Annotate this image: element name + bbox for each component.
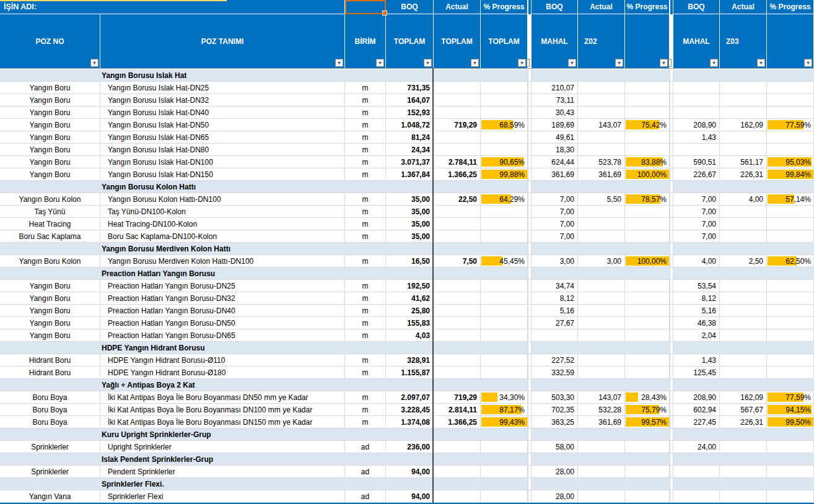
filter-icon[interactable] — [527, 59, 530, 67]
cell-actual-toplam[interactable] — [434, 354, 481, 367]
cell-progress-z03[interactable]: 62,50% — [767, 255, 814, 267]
cell-birim[interactable]: m — [345, 317, 386, 329]
cell-boq-z03[interactable]: 8,12 — [673, 292, 720, 305]
cell-progress-z02[interactable] — [625, 131, 670, 144]
cell-poz-tanimi[interactable]: İki Kat Antipas Boya İle Boru Boyanması … — [100, 416, 345, 428]
cell-progress-z02[interactable] — [625, 144, 670, 156]
cell-poz-tanimi[interactable]: Preaction Hatları Yangın Borusu-DN50 — [100, 317, 345, 329]
cell-boq-z03[interactable]: 1,43 — [673, 131, 720, 144]
section-label-cell[interactable]: HDPE Yangın Hidrant Borusu — [0, 342, 528, 354]
section-band[interactable] — [532, 243, 670, 255]
cell-actual-z03[interactable] — [720, 280, 767, 292]
section-band[interactable] — [673, 379, 814, 391]
cell-poz-no[interactable]: Yangın Boru — [0, 131, 100, 144]
cell-actual-z03[interactable]: 226,31 — [720, 416, 767, 428]
cell-actual-z03[interactable]: 162,09 — [720, 119, 767, 131]
filter-icon[interactable]: ▼ — [518, 59, 526, 67]
section-band[interactable] — [673, 428, 814, 441]
cell-birim[interactable]: m — [345, 106, 386, 119]
cell-boq-toplam[interactable]: 152,93 — [386, 106, 434, 119]
cell-boq-toplam[interactable]: 41,62 — [386, 292, 434, 305]
cell-boq-toplam[interactable]: 1.374,08 — [386, 416, 434, 428]
cell-actual-toplam[interactable] — [434, 106, 481, 119]
cell-poz-tanimi[interactable]: Yangın Borusu Islak Hat-DN50 — [100, 119, 345, 131]
cell-actual-z02[interactable] — [578, 280, 625, 292]
cell-poz-tanimi[interactable]: Yangın Borusu Islak Hat-DN32 — [100, 94, 345, 106]
cell-actual-z02[interactable] — [578, 230, 625, 243]
cell-actual-z03[interactable]: 561,17 — [720, 156, 767, 168]
cell-boq-z03[interactable]: 4,00 — [673, 255, 720, 267]
cell-progress-z03[interactable] — [767, 329, 814, 342]
cell-progress-toplam[interactable] — [481, 367, 528, 379]
filter-icon[interactable]: ▼ — [757, 59, 765, 67]
cell-actual-toplam[interactable] — [434, 280, 481, 292]
cell-actual-z03[interactable] — [720, 218, 767, 230]
cell-poz-no[interactable]: Yangın Boru — [0, 317, 100, 329]
cell-progress-z02[interactable] — [625, 490, 670, 503]
header-poz-tanimi[interactable]: POZ TANIMI▼ — [100, 14, 345, 68]
cell-progress-toplam[interactable] — [481, 144, 528, 156]
cell-actual-z03[interactable] — [720, 367, 767, 379]
cell-birim[interactable]: m — [345, 131, 386, 144]
cell-progress-z03[interactable] — [767, 441, 814, 453]
cell-poz-no[interactable]: Boru Boya — [0, 404, 100, 416]
cell-boq-z03[interactable]: 2,04 — [673, 329, 720, 342]
cell-actual-toplam[interactable]: 22,50 — [434, 193, 481, 206]
cell-progress-z03[interactable] — [767, 354, 814, 367]
cell-boq-z03[interactable]: 46,38 — [673, 317, 720, 329]
cell-progress-z03[interactable] — [767, 280, 814, 292]
filter-icon[interactable]: ▼ — [710, 59, 718, 67]
header-toplam-boq[interactable]: TOPLAM▼ — [386, 14, 434, 68]
cell-actual-z02[interactable]: 523,78 — [578, 156, 625, 168]
cell-progress-z02[interactable] — [625, 218, 670, 230]
filter-icon[interactable]: ▼ — [568, 59, 576, 67]
cell-progress-z02[interactable] — [625, 106, 670, 119]
cell-poz-tanimi[interactable]: Yangın Borusu Islak Hat-DN65 — [100, 131, 345, 144]
cell-birim[interactable]: ad — [345, 490, 386, 503]
cell-actual-z03[interactable] — [720, 144, 767, 156]
cell-progress-toplam[interactable] — [481, 106, 528, 119]
cell-birim[interactable]: m — [345, 206, 386, 218]
cell-boq-z03[interactable] — [673, 466, 720, 478]
section-band[interactable] — [673, 267, 814, 280]
cell-actual-z02[interactable] — [578, 466, 625, 478]
cell-progress-z03[interactable] — [767, 106, 814, 119]
cell-birim[interactable]: m — [345, 305, 386, 317]
cell-birim[interactable]: m — [345, 280, 386, 292]
cell-boq-z03[interactable]: 24,00 — [673, 441, 720, 453]
cell-boq-z03[interactable]: 53,54 — [673, 280, 720, 292]
cell-boq-toplam[interactable]: 328,91 — [386, 354, 434, 367]
cell-actual-z02[interactable] — [578, 354, 625, 367]
cell-actual-z02[interactable] — [578, 329, 625, 342]
cell-progress-toplam[interactable]: 45,45% — [481, 255, 528, 267]
cell-progress-toplam[interactable] — [481, 218, 528, 230]
cell-progress-z03[interactable] — [767, 317, 814, 329]
cell-boq-z03[interactable]: 7,00 — [673, 193, 720, 206]
cell-poz-no[interactable]: Yangın Boru Kolon — [0, 193, 100, 206]
header-toplam-progress[interactable]: TOPLAM▼ — [481, 14, 528, 68]
cell-boq-toplam[interactable]: 3.071,37 — [386, 156, 434, 168]
cell-birim[interactable]: m — [345, 404, 386, 416]
cell-actual-z03[interactable] — [720, 131, 767, 144]
cell-boq-z02[interactable] — [532, 329, 578, 342]
cell-progress-z03[interactable] — [767, 82, 814, 94]
cell-progress-toplam[interactable] — [481, 82, 528, 94]
cell-boq-z02[interactable]: 363,25 — [532, 416, 578, 428]
isin-adi-cell[interactable]: İŞİN ADI: — [0, 0, 345, 14]
cell-boq-toplam[interactable]: 1.048,72 — [386, 119, 434, 131]
cell-boq-toplam[interactable]: 1.367,84 — [386, 168, 434, 181]
cell-actual-toplam[interactable]: 2.814,11 — [434, 404, 481, 416]
cell-actual-z02[interactable]: 143,07 — [578, 119, 625, 131]
filter-icon[interactable]: ▼ — [90, 59, 98, 67]
cell-actual-z02[interactable]: 3,00 — [578, 255, 625, 267]
actual-header-toplam[interactable]: Actual — [434, 0, 481, 14]
cell-progress-toplam[interactable] — [481, 441, 528, 453]
cell-boq-z03[interactable] — [673, 82, 720, 94]
cell-progress-z02[interactable] — [625, 329, 670, 342]
section-band[interactable] — [532, 267, 670, 280]
cell-progress-z03[interactable]: 99,50% — [767, 416, 814, 428]
cell-boq-toplam[interactable]: 94,00 — [386, 490, 434, 503]
cell-birim[interactable]: m — [345, 218, 386, 230]
cell-actual-z03[interactable] — [720, 94, 767, 106]
cell-actual-z02[interactable]: 5,50 — [578, 193, 625, 206]
